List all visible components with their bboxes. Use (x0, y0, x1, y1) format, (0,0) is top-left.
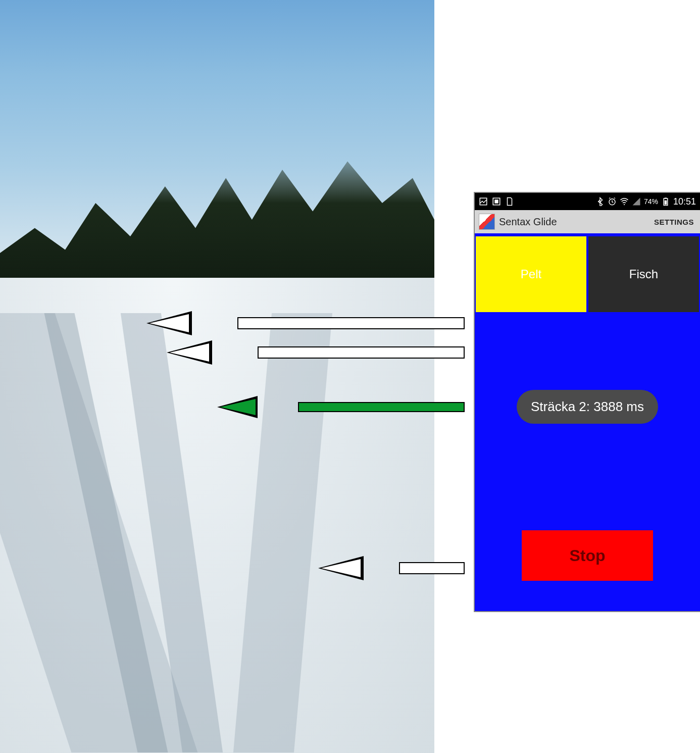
tab-label: Fisch (629, 267, 658, 281)
sdcard-icon (505, 197, 514, 206)
status-right-icons: 74% 10:51 (595, 196, 696, 207)
tab-label: Pelt (521, 267, 541, 281)
svg-rect-2 (494, 199, 498, 204)
battery-icon (661, 197, 670, 206)
tab-fisch[interactable]: Fisch (588, 236, 699, 312)
stop-button[interactable]: Stop (522, 530, 653, 581)
alarm-icon (608, 197, 617, 206)
app-icon (492, 197, 501, 206)
svg-rect-0 (480, 198, 487, 205)
svg-point-4 (624, 204, 625, 205)
app-bar: Sentax Glide SETTINGS (475, 210, 700, 233)
bluetooth-icon (595, 197, 605, 206)
ski-track-photo (0, 0, 434, 753)
image-icon (479, 197, 488, 206)
measurement-toast: Sträcka 2: 3888 ms (517, 390, 658, 424)
settings-button[interactable]: SETTINGS (654, 218, 696, 226)
ski-tabs: Pelt Fisch (475, 236, 700, 312)
app-title: Sentax Glide (499, 216, 650, 228)
svg-rect-7 (665, 200, 667, 205)
status-bar: 74% 10:51 (475, 193, 700, 210)
stop-label: Stop (569, 546, 605, 565)
svg-rect-6 (665, 198, 667, 199)
status-left-icons (479, 197, 514, 206)
phone-frame: 74% 10:51 Sentax Glide SETTINGS Pelt Fis… (475, 193, 700, 611)
app-body: Pelt Fisch Sträcka 2: 3888 ms Stop (475, 233, 700, 611)
toast-text: Sträcka 2: 3888 ms (531, 399, 644, 414)
clock-text: 10:51 (673, 196, 696, 207)
battery-percent: 74% (644, 197, 658, 206)
tab-pelt[interactable]: Pelt (476, 236, 586, 312)
app-logo-icon (479, 214, 495, 230)
wifi-icon (620, 197, 629, 206)
signal-icon (632, 197, 641, 206)
